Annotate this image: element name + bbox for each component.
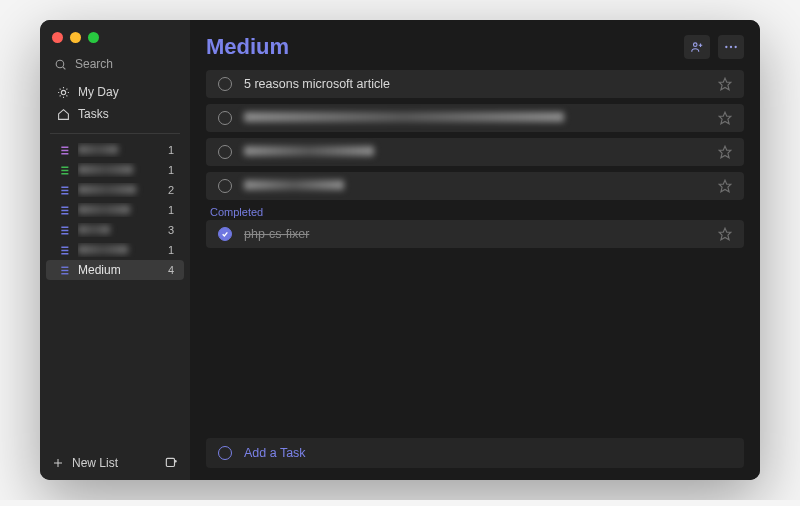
svg-point-63 xyxy=(735,46,737,48)
svg-point-61 xyxy=(725,46,727,48)
share-button[interactable] xyxy=(684,35,710,59)
svg-rect-55 xyxy=(166,458,174,466)
list-count: 1 xyxy=(168,164,174,176)
svg-line-7 xyxy=(59,88,60,89)
new-group-icon[interactable] xyxy=(164,456,178,470)
search-placeholder: Search xyxy=(75,57,113,71)
svg-point-62 xyxy=(730,46,732,48)
sidebar: Search My Day Tasks 112131Medium4 xyxy=(40,20,190,480)
list-label xyxy=(78,243,160,257)
task-row[interactable] xyxy=(206,172,744,200)
svg-marker-66 xyxy=(719,146,731,158)
search-icon xyxy=(54,58,67,71)
list-icon xyxy=(56,205,70,216)
list-label xyxy=(78,183,160,197)
completed-section-label[interactable]: Completed xyxy=(206,200,744,220)
minimize-window-button[interactable] xyxy=(70,32,81,43)
task-row[interactable]: 5 reasons microsoft article xyxy=(206,70,744,98)
task-complete-circle-icon[interactable] xyxy=(218,179,232,193)
sidebar-list-item[interactable]: 1 xyxy=(46,140,184,160)
svg-marker-65 xyxy=(719,112,731,124)
list-count: 2 xyxy=(168,184,174,196)
sidebar-list-item[interactable]: 3 xyxy=(46,220,184,240)
sidebar-list-item-medium[interactable]: Medium4 xyxy=(46,260,184,280)
list-count: 1 xyxy=(168,244,174,256)
sidebar-list-item[interactable]: 1 xyxy=(46,240,184,260)
star-icon[interactable] xyxy=(718,179,732,193)
sidebar-list-item[interactable]: 2 xyxy=(46,180,184,200)
sidebar-item-tasks[interactable]: Tasks xyxy=(46,103,184,125)
completed-tasks: php-cs-fixer xyxy=(206,220,744,248)
list-icon xyxy=(56,165,70,176)
sidebar-footer: New List xyxy=(40,446,190,480)
list-label: Medium xyxy=(78,263,160,277)
svg-point-0 xyxy=(56,60,64,68)
new-list-label: New List xyxy=(72,456,118,470)
list-label xyxy=(78,223,160,237)
task-label xyxy=(244,111,706,125)
sidebar-list-item[interactable]: 1 xyxy=(46,160,184,180)
page-title: Medium xyxy=(206,34,289,60)
open-tasks: 5 reasons microsoft article xyxy=(206,70,744,200)
task-row[interactable]: php-cs-fixer xyxy=(206,220,744,248)
star-icon[interactable] xyxy=(718,145,732,159)
sun-icon xyxy=(56,86,70,99)
list-count: 1 xyxy=(168,204,174,216)
sidebar-item-label: My Day xyxy=(78,85,119,99)
more-options-button[interactable] xyxy=(718,35,744,59)
svg-marker-64 xyxy=(719,78,731,90)
list-label xyxy=(78,143,160,157)
list-count: 3 xyxy=(168,224,174,236)
main-panel: Medium 5 reasons microsoft article Compl… xyxy=(190,20,760,480)
task-complete-checkmark-icon[interactable] xyxy=(218,227,232,241)
list-icon xyxy=(56,265,70,276)
task-complete-circle-icon[interactable] xyxy=(218,145,232,159)
sidebar-divider xyxy=(50,133,180,134)
list-count: 1 xyxy=(168,144,174,156)
svg-line-8 xyxy=(66,95,67,96)
task-complete-circle-icon[interactable] xyxy=(218,77,232,91)
maximize-window-button[interactable] xyxy=(88,32,99,43)
svg-line-1 xyxy=(63,67,65,69)
svg-marker-67 xyxy=(719,180,731,192)
new-list-button[interactable]: New List xyxy=(52,456,118,470)
plus-icon xyxy=(52,457,64,469)
svg-line-10 xyxy=(66,88,67,89)
task-row[interactable] xyxy=(206,104,744,132)
task-label xyxy=(244,145,706,159)
star-icon[interactable] xyxy=(718,77,732,91)
task-label: 5 reasons microsoft article xyxy=(244,77,706,91)
sidebar-item-my-day[interactable]: My Day xyxy=(46,81,184,103)
list-count: 4 xyxy=(168,264,174,276)
list-label xyxy=(78,163,160,177)
task-label xyxy=(244,179,706,193)
sidebar-item-label: Tasks xyxy=(78,107,109,121)
header-actions xyxy=(684,35,744,59)
list-icon xyxy=(56,245,70,256)
svg-point-2 xyxy=(61,90,65,94)
add-task-row[interactable] xyxy=(206,438,744,468)
smart-lists: My Day Tasks xyxy=(40,79,190,127)
svg-point-58 xyxy=(694,43,698,47)
add-task-circle-icon xyxy=(218,446,232,460)
svg-marker-68 xyxy=(719,228,731,240)
window-controls xyxy=(40,20,190,53)
home-icon xyxy=(56,108,70,121)
sidebar-list-item[interactable]: 1 xyxy=(46,200,184,220)
list-icon xyxy=(56,145,70,156)
star-icon[interactable] xyxy=(718,227,732,241)
list-icon xyxy=(56,185,70,196)
search-row[interactable]: Search xyxy=(40,53,190,79)
custom-lists: 112131Medium4 xyxy=(40,140,190,446)
close-window-button[interactable] xyxy=(52,32,63,43)
header: Medium xyxy=(206,34,744,60)
star-icon[interactable] xyxy=(718,111,732,125)
task-complete-circle-icon[interactable] xyxy=(218,111,232,125)
task-label: php-cs-fixer xyxy=(244,227,706,241)
app-window: Search My Day Tasks 112131Medium4 xyxy=(40,20,760,480)
add-task-input[interactable] xyxy=(244,446,732,460)
list-icon xyxy=(56,225,70,236)
task-row[interactable] xyxy=(206,138,744,166)
svg-line-9 xyxy=(59,95,60,96)
list-label xyxy=(78,203,160,217)
